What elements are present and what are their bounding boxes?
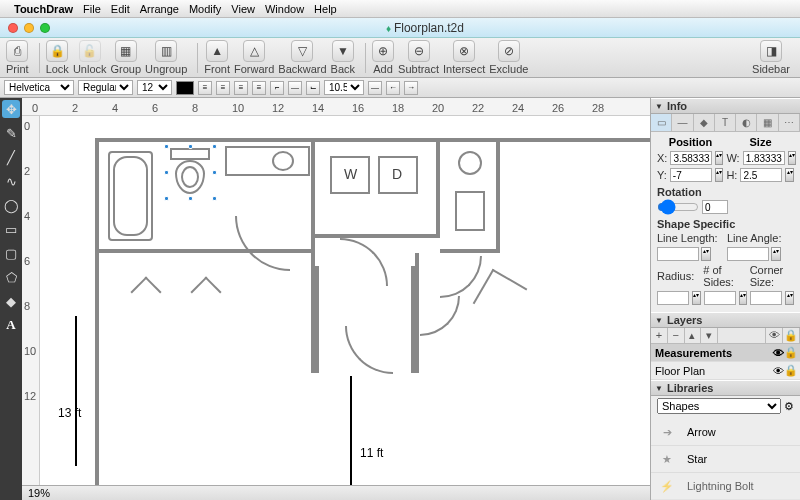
stroke-select[interactable]: 10.5 (324, 80, 364, 95)
valign-top-button[interactable]: ⌐ (270, 81, 284, 95)
tab-image[interactable]: ▦ (757, 114, 778, 131)
layer-row-floorplan[interactable]: Floor Plan 👁 🔒 (651, 362, 800, 380)
closet-circle[interactable] (458, 151, 482, 175)
lock-button[interactable]: 🔒Lock (46, 40, 69, 75)
valign-bot-button[interactable]: ⌙ (306, 81, 320, 95)
rotation-input[interactable] (702, 200, 728, 214)
ellipse-tool[interactable]: ◯ (2, 196, 20, 214)
ungroup-button[interactable]: ▥Ungroup (145, 40, 187, 75)
back-button[interactable]: ▼Back (331, 40, 355, 75)
backward-button[interactable]: ▽Backward (278, 40, 326, 75)
corner-input[interactable] (750, 291, 782, 305)
layer-down-button[interactable]: ▾ (701, 328, 718, 343)
rect-tool[interactable]: ▭ (2, 220, 20, 238)
group-button[interactable]: ▦Group (111, 40, 142, 75)
arrowend-button[interactable]: → (404, 81, 418, 95)
color-swatch[interactable] (176, 81, 194, 95)
h-stepper[interactable]: ▴▾ (785, 168, 794, 182)
horizontal-ruler[interactable]: 0246810121416182022242628 (22, 98, 650, 116)
align-just-button[interactable]: ≡ (252, 81, 266, 95)
info-header[interactable]: ▼Info (651, 98, 800, 114)
zoom-level[interactable]: 19% (28, 487, 50, 499)
sink-bowl[interactable] (272, 151, 294, 171)
rotation-slider[interactable] (657, 200, 699, 214)
y-input[interactable] (670, 168, 712, 182)
library-gear-icon[interactable]: ⚙ (784, 400, 794, 413)
polygon-tool[interactable]: ⬠ (2, 268, 20, 286)
menu-view[interactable]: View (231, 3, 255, 15)
menu-edit[interactable]: Edit (111, 3, 130, 15)
sides-input[interactable] (704, 291, 736, 305)
lock-icon[interactable]: 🔒 (784, 364, 796, 377)
menu-window[interactable]: Window (265, 3, 304, 15)
subtract-button[interactable]: ⊖Subtract (398, 40, 439, 75)
tab-stroke[interactable]: ― (672, 114, 693, 131)
fontsize-select[interactable]: 12 (137, 80, 172, 95)
add-button[interactable]: ⊕Add (372, 40, 394, 75)
libraries-header[interactable]: ▼Libraries (651, 380, 800, 396)
sidebar-button[interactable]: ◨Sidebar (752, 40, 790, 75)
toilet-tank[interactable] (170, 148, 210, 160)
dim-line-left[interactable] (75, 316, 77, 466)
layer-up-button[interactable]: ▴ (685, 328, 702, 343)
dim-line-mid[interactable] (350, 376, 352, 485)
layer-add-button[interactable]: + (651, 328, 668, 343)
intersect-button[interactable]: ⊗Intersect (443, 40, 485, 75)
path-tool[interactable]: ∿ (2, 172, 20, 190)
layer-row-measurements[interactable]: Measurements 👁 🔒 (651, 344, 800, 362)
font-select[interactable]: Helvetica (4, 80, 74, 95)
lock-icon[interactable]: 🔒 (784, 346, 796, 359)
library-select[interactable]: Shapes (657, 398, 781, 414)
arrowstart-button[interactable]: ← (386, 81, 400, 95)
align-left-button[interactable]: ≡ (198, 81, 212, 95)
exclude-button[interactable]: ⊘Exclude (489, 40, 528, 75)
x-input[interactable] (670, 151, 712, 165)
pointer-tool[interactable]: ✥ (2, 100, 20, 118)
front-button[interactable]: ▲Front (204, 40, 230, 75)
print-button[interactable]: ⎙Print (6, 40, 29, 75)
app-menu[interactable]: TouchDraw (14, 3, 73, 15)
lineang-input[interactable] (727, 247, 769, 261)
drawing-canvas[interactable]: W D 13 ft 11 ft (40, 116, 650, 485)
menu-file[interactable]: File (83, 3, 101, 15)
tab-fill[interactable]: ◆ (694, 114, 715, 131)
library-item-arrow[interactable]: ➔Arrow (651, 419, 800, 446)
h-input[interactable] (740, 168, 782, 182)
line-tool[interactable]: ╱ (2, 148, 20, 166)
eye-icon[interactable]: 👁 (772, 365, 784, 377)
vertical-ruler[interactable]: 024681012 (22, 116, 40, 485)
tab-shadow[interactable]: ◐ (736, 114, 757, 131)
align-right-button[interactable]: ≡ (234, 81, 248, 95)
align-center-button[interactable]: ≡ (216, 81, 230, 95)
eye-icon[interactable]: 👁 (772, 347, 784, 359)
room-left-wall[interactable] (95, 253, 315, 373)
zoom-button[interactable] (40, 23, 50, 33)
radius-input[interactable] (657, 291, 689, 305)
tab-other[interactable]: ⋯ (779, 114, 800, 131)
weight-select[interactable]: Regular (78, 80, 133, 95)
pen-tool[interactable]: ✎ (2, 124, 20, 142)
menu-help[interactable]: Help (314, 3, 337, 15)
layer-remove-button[interactable]: − (668, 328, 685, 343)
close-button[interactable] (8, 23, 18, 33)
minimize-button[interactable] (24, 23, 34, 33)
linelen-input[interactable] (657, 247, 699, 261)
y-stepper[interactable]: ▴▾ (715, 168, 724, 182)
linestyle-button[interactable]: ― (368, 81, 382, 95)
unlock-button[interactable]: 🔓Unlock (73, 40, 107, 75)
fill-tool[interactable]: ◆ (2, 292, 20, 310)
text-tool[interactable]: A (2, 316, 20, 334)
valign-mid-button[interactable]: ― (288, 81, 302, 95)
w-input[interactable] (743, 151, 785, 165)
library-item-lightning[interactable]: ⚡Lightning Bolt (651, 473, 800, 500)
tab-geometry[interactable]: ▭ (651, 114, 672, 131)
library-item-star[interactable]: ★Star (651, 446, 800, 473)
forward-button[interactable]: △Forward (234, 40, 274, 75)
sink-counter[interactable] (225, 146, 310, 176)
x-stepper[interactable]: ▴▾ (715, 151, 723, 165)
tab-text[interactable]: T (715, 114, 736, 131)
menu-arrange[interactable]: Arrange (140, 3, 179, 15)
w-stepper[interactable]: ▴▾ (788, 151, 796, 165)
menu-modify[interactable]: Modify (189, 3, 221, 15)
layers-header[interactable]: ▼Layers (651, 312, 800, 328)
